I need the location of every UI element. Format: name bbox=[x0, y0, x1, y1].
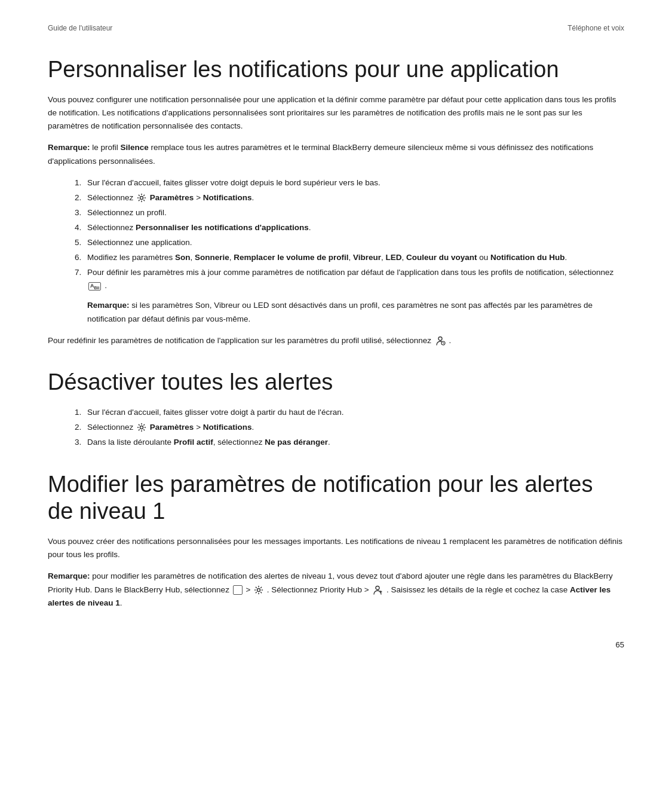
person-icon-2 bbox=[372, 585, 383, 595]
s2-step-3: Dans la liste déroulante Profil actif, s… bbox=[84, 436, 624, 450]
gear-icon bbox=[137, 193, 146, 203]
footer-page-number: 65 bbox=[616, 640, 624, 649]
s2-step-1: Sur l'écran d'accueil, faites glisser vo… bbox=[84, 406, 624, 420]
step7-note-text: si les paramètres Son, Vibreur ou LED so… bbox=[87, 301, 593, 323]
section-personnaliser: Personnaliser les notifications pour une… bbox=[48, 56, 624, 347]
section1-intro: Vous pouvez configurer une notification … bbox=[48, 93, 624, 133]
step-7: Pour définir les paramètres mis à jour c… bbox=[84, 266, 624, 326]
section3-note-label: Remarque: bbox=[48, 571, 90, 580]
section1-note1-prefix: le profil bbox=[90, 143, 121, 152]
svg-point-5 bbox=[376, 586, 379, 590]
section3-select: . Sélectionnez Priority Hub > bbox=[267, 585, 371, 594]
section-desactiver: Désactiver toutes les alertes Sur l'écra… bbox=[48, 369, 624, 449]
s2-step2-notif: Notifications bbox=[203, 423, 252, 432]
step-3: Sélectionnez un profil. bbox=[84, 206, 624, 220]
section3-intro: Vous pouvez créer des notifications pers… bbox=[48, 535, 624, 562]
section1-note1-label: Remarque: bbox=[48, 143, 90, 152]
step-6: Modifiez les paramètres Son, Sonnerie, R… bbox=[84, 251, 624, 265]
header-bar: Guide de l'utilisateur Téléphone et voix bbox=[48, 24, 624, 32]
section2-steps: Sur l'écran d'accueil, faites glisser vo… bbox=[84, 406, 624, 450]
s2-step2-params: Paramètres bbox=[150, 423, 194, 432]
section3-note-end: . bbox=[120, 598, 122, 607]
header-left: Guide de l'utilisateur bbox=[48, 24, 112, 32]
step7-note-block: Remarque: si les paramètres Son, Vibreur… bbox=[87, 299, 624, 326]
step6-remplacer: Remplacer le volume de profil bbox=[234, 253, 348, 262]
step2-notif: Notifications bbox=[203, 193, 252, 202]
section-modifier: Modifier les paramètres de notification … bbox=[48, 471, 624, 610]
step6-son: Son bbox=[175, 253, 191, 262]
step-4: Sélectionnez Personnaliser les notificat… bbox=[84, 221, 624, 235]
svg-point-3 bbox=[140, 426, 143, 429]
gear-icon-3 bbox=[254, 585, 263, 595]
step-2: Sélectionnez Paramètres > Notifications. bbox=[84, 191, 624, 205]
step-1: Sur l'écran d'accueil, faites glisser vo… bbox=[84, 176, 624, 190]
step6-hub: Notification du Hub bbox=[490, 253, 564, 262]
abc-icon: ABii bbox=[88, 282, 101, 291]
header-right: Téléphone et voix bbox=[567, 24, 624, 32]
step6-sonnerie: Sonnerie bbox=[195, 253, 229, 262]
step7-note: Remarque: si les paramètres Son, Vibreur… bbox=[87, 299, 624, 326]
s2-profil-actif: Profil actif bbox=[174, 438, 213, 447]
step6-led: LED bbox=[385, 253, 401, 262]
step7-note-label: Remarque: bbox=[87, 301, 130, 310]
section1-last-para: Pour redéfinir les paramètres de notific… bbox=[48, 334, 624, 347]
person-icon bbox=[435, 335, 446, 346]
section1-note1: Remarque: le profil Silence remplace tou… bbox=[48, 141, 624, 168]
section3-note: Remarque: pour modifier les paramètres d… bbox=[48, 570, 624, 610]
svg-point-1 bbox=[438, 337, 442, 341]
section3-title: Modifier les paramètres de notification … bbox=[48, 471, 624, 525]
page-container: Guide de l'utilisateur Téléphone et voix… bbox=[0, 0, 672, 667]
gear-icon-2 bbox=[137, 423, 146, 432]
s2-step-2: Sélectionnez Paramètres > Notifications. bbox=[84, 421, 624, 435]
svg-point-4 bbox=[257, 589, 260, 592]
step4-bold: Personnaliser les notifications d'applic… bbox=[136, 223, 309, 232]
section1-title: Personnaliser les notifications pour une… bbox=[48, 56, 624, 84]
section2-title: Désactiver toutes les alertes bbox=[48, 369, 624, 396]
step-5: Sélectionnez une application. bbox=[84, 236, 624, 250]
section3-gt: > bbox=[246, 585, 253, 594]
step2-params: Paramètres bbox=[150, 193, 194, 202]
svg-point-0 bbox=[140, 197, 143, 200]
menu-icon bbox=[233, 585, 243, 595]
silence-bold: Silence bbox=[121, 143, 149, 152]
section3-note-text3: . Saisissez les détails de la règle et c… bbox=[386, 585, 570, 594]
step6-vibreur: Vibreur bbox=[353, 253, 381, 262]
s2-ne-pas: Ne pas déranger bbox=[265, 438, 328, 447]
step6-couleur: Couleur du voyant bbox=[406, 253, 477, 262]
section1-steps: Sur l'écran d'accueil, faites glisser vo… bbox=[84, 176, 624, 326]
